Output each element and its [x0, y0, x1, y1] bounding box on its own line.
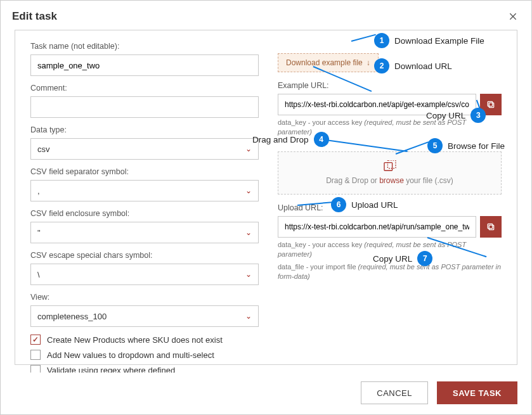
chevron-down-icon: ⌄ — [245, 312, 252, 321]
escape-label: CSV escape special chars symbol: — [30, 251, 259, 260]
create-products-checkbox[interactable] — [30, 335, 41, 345]
task-name-input[interactable] — [30, 54, 259, 76]
data-type-label: Data type: — [30, 125, 259, 134]
enclosure-label: CSV field enclosure symbol: — [30, 209, 259, 218]
escape-value: \ — [37, 270, 40, 279]
chevron-down-icon: ⌄ — [245, 144, 252, 153]
upload-url-input[interactable] — [278, 216, 476, 238]
comment-input[interactable] — [30, 96, 259, 118]
svg-rect-6 — [489, 225, 493, 229]
close-icon[interactable] — [506, 10, 520, 23]
save-task-button[interactable]: SAVE TASK — [437, 381, 517, 404]
browse-link[interactable]: browse — [379, 176, 404, 185]
view-value: completeness_100 — [37, 312, 107, 321]
dialog-title: Edit task — [12, 10, 57, 23]
file-dropzone[interactable]: Drag & Drop or browse your file (.csv) — [278, 151, 502, 195]
upload-url-hint-1: data_key - your access key (required, mu… — [278, 240, 502, 260]
svg-rect-3 — [488, 101, 492, 106]
dialog-header: Edit task — [1, 1, 531, 30]
chevron-down-icon: ⌄ — [245, 228, 252, 237]
copy-upload-url-button[interactable] — [480, 216, 502, 238]
add-values-checkbox[interactable] — [30, 350, 41, 360]
edit-task-dialog: Edit task Task name (not editable): Comm… — [0, 0, 532, 415]
cancel-button[interactable]: CANCEL — [361, 381, 428, 404]
form-panel: Task name (not editable): Comment: Data … — [15, 30, 517, 365]
svg-rect-7 — [488, 224, 492, 228]
separator-value: , — [37, 186, 40, 196]
comment-label: Comment: — [30, 84, 259, 93]
download-example-button[interactable]: Download example file ↓ — [278, 53, 379, 72]
dropzone-text: Drag & Drop or browse your file (.csv) — [326, 176, 453, 185]
copy-example-url-button[interactable] — [480, 94, 502, 115]
example-url-hint: data_key - your access key (required, mu… — [278, 118, 502, 137]
upload-icon — [383, 160, 397, 174]
annotation-line — [351, 34, 376, 42]
dialog-footer: CANCEL SAVE TASK — [1, 373, 531, 414]
view-select[interactable]: completeness_100 ⌄ — [30, 305, 259, 327]
example-url-input[interactable] — [278, 94, 476, 115]
svg-rect-2 — [489, 103, 493, 107]
svg-rect-4 — [384, 163, 393, 171]
create-products-label: Create New Products where SKU does not e… — [47, 335, 223, 345]
separator-label: CSV field separator symbol: — [30, 167, 259, 176]
validate-regex-checkbox[interactable] — [30, 365, 41, 373]
right-column: Download example file ↓ Example URL: dat… — [278, 42, 502, 373]
view-label: View: — [30, 293, 259, 302]
add-values-label: Add New values to dropdown and multi-sel… — [47, 350, 214, 360]
chevron-down-icon: ⌄ — [245, 270, 252, 279]
separator-select[interactable]: , ⌄ — [30, 180, 259, 201]
escape-select[interactable]: \ ⌄ — [30, 264, 259, 285]
left-column: Task name (not editable): Comment: Data … — [30, 42, 259, 373]
data-type-value: csv — [37, 144, 50, 154]
example-url-label: Example URL: — [278, 81, 502, 90]
upload-url-hint-2: data_file - your import file (required, … — [278, 262, 502, 282]
enclosure-select[interactable]: " ⌄ — [30, 222, 259, 243]
svg-rect-5 — [387, 160, 396, 169]
enclosure-value: " — [37, 228, 41, 238]
validate-regex-label: Validate using regex where defined — [47, 366, 175, 373]
download-example-label: Download example file — [286, 58, 363, 67]
upload-url-label: Upload URL: — [278, 203, 502, 212]
download-icon: ↓ — [367, 58, 370, 67]
data-type-select[interactable]: csv ⌄ — [30, 138, 259, 160]
task-name-label: Task name (not editable): — [30, 42, 259, 51]
chevron-down-icon: ⌄ — [245, 186, 252, 195]
